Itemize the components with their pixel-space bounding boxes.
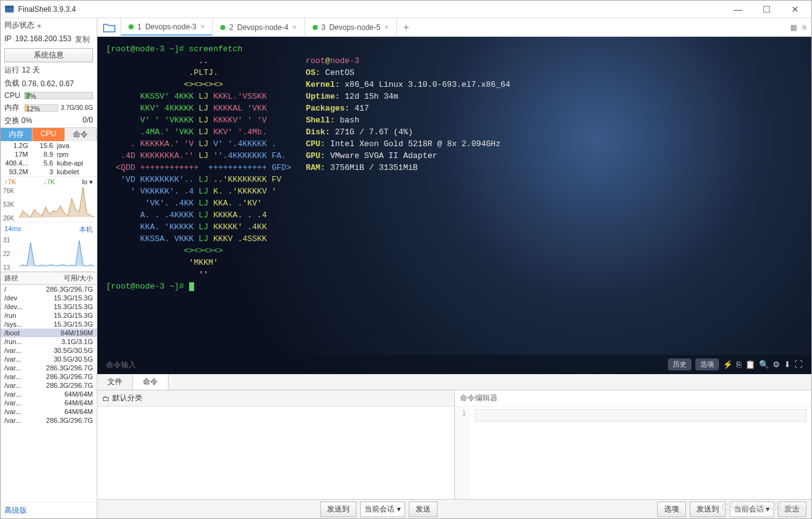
ping-value: 14ms <box>4 225 21 234</box>
tab-node-5[interactable]: 3 Devops-node-5 × <box>305 18 397 36</box>
sidebar: 同步状态 ● IP 192.168.200.153 复制 系统信息 运行 12 … <box>1 18 97 518</box>
terminal-output: [root@node-3 ~]# screenfetch .. root@roo… <box>97 37 811 299</box>
send-to-button-right[interactable]: 发送到 <box>690 502 726 517</box>
folder-icon[interactable] <box>97 18 121 36</box>
sync-status-icon: ● <box>37 21 41 30</box>
net-interface-select[interactable]: lo ▾ <box>82 178 93 186</box>
fs-col-path[interactable]: 路径 <box>4 274 33 283</box>
ping-target-select[interactable]: 本机 <box>79 225 93 234</box>
network-chart: 76K53K26K <box>3 187 94 222</box>
paste-icon[interactable]: 📋 <box>745 360 755 369</box>
filesystem-list[interactable]: /286.3G/296.7G /dev15.3G/15.3G /dev...15… <box>1 285 97 502</box>
swap-row: 交换 0% 0/0 <box>1 114 97 127</box>
mem-row: 内存 12% 3.7G/30.6G <box>1 101 97 114</box>
net-upload: ↑7K <box>4 178 16 186</box>
process-table: 1.2G15.6java 17M8.9rpm 408.4...5.6kube-a… <box>1 141 97 176</box>
lightning-icon[interactable]: ⚡ <box>723 360 733 369</box>
ip-label: IP <box>4 34 11 45</box>
copy-ip-link[interactable]: 复制 <box>75 34 90 45</box>
add-tab-button[interactable]: + <box>397 18 416 36</box>
load-row: 负载 0.78, 0.62, 0.67 <box>1 77 97 90</box>
history-button[interactable]: 历史 <box>668 358 692 370</box>
tab-node-4[interactable]: 2 Devops-node-4 × <box>213 18 305 36</box>
command-input[interactable] <box>106 360 668 369</box>
titlebar: FinalShell 3.9.3.4 — ☐ ✕ <box>1 1 811 18</box>
status-dot-icon <box>313 25 318 30</box>
send-to-button-left[interactable]: 发送到 <box>320 502 356 517</box>
maximize-button[interactable]: ☐ <box>758 4 775 14</box>
fullscreen-icon[interactable]: ⛶ <box>795 360 803 369</box>
command-tree: 🗀 默认分类 <box>97 390 455 499</box>
net-download: ↓7K <box>43 178 55 186</box>
svg-rect-1 <box>5 6 14 7</box>
window-title: FinalShell 3.9.3.4 <box>18 5 729 14</box>
terminal[interactable]: [root@node-3 ~]# screenfetch .. root@roo… <box>97 37 811 374</box>
gear-icon[interactable]: ⚙ <box>773 360 780 369</box>
grid-view-icon[interactable]: ▦ <box>790 23 797 32</box>
command-editor-label: 命令编辑器 <box>455 390 812 407</box>
sync-status-label: 同步状态 <box>4 20 34 31</box>
ping-chart: 312213 <box>3 237 94 272</box>
proc-tab-mem[interactable]: 内存 <box>1 128 32 141</box>
close-tab-icon[interactable]: × <box>200 22 205 31</box>
options-button-right[interactable]: 选项 <box>657 502 686 517</box>
copy-icon[interactable]: ⎘ <box>736 360 741 369</box>
lower-tab-file[interactable]: 文件 <box>97 374 133 390</box>
minimize-button[interactable]: — <box>729 4 746 14</box>
tabbar: 1 Devops-node-3 × 2 Devops-node-4 × 3 De… <box>97 18 811 37</box>
send-button-right[interactable]: 发送 <box>778 502 806 517</box>
advanced-link[interactable]: 高级版 <box>1 502 97 518</box>
download-icon[interactable]: ⬇ <box>784 360 791 369</box>
system-info-button[interactable]: 系统信息 <box>4 48 93 62</box>
session-select-right[interactable]: 当前会话 ▾ <box>730 502 774 517</box>
session-select-left[interactable]: 当前会话 ▾ <box>360 502 404 517</box>
line-number: 1 <box>455 407 470 499</box>
bottom-bar: 发送到 当前会话 ▾ 发送 选项 发送到 当前会话 ▾ 发送 <box>97 500 811 518</box>
command-editor-input[interactable] <box>475 409 807 422</box>
proc-tab-cpu[interactable]: CPU <box>32 128 64 141</box>
close-tab-icon[interactable]: × <box>292 22 297 32</box>
close-tab-icon[interactable]: × <box>384 22 389 32</box>
search-icon[interactable]: 🔍 <box>759 360 769 369</box>
fs-col-size[interactable]: 可用/大小 <box>33 274 93 283</box>
cpu-row: CPU 7% <box>1 90 97 101</box>
send-button-left[interactable]: 发送 <box>409 502 438 517</box>
lower-tab-cmd[interactable]: 命令 <box>133 374 169 390</box>
options-button[interactable]: 选项 <box>695 358 719 370</box>
uptime-row: 运行 12 天 <box>1 64 97 77</box>
close-button[interactable]: ✕ <box>786 4 804 14</box>
status-dot-icon <box>220 25 225 30</box>
proc-tab-cmd[interactable]: 命令 <box>65 128 97 141</box>
default-category-node[interactable]: 🗀 默认分类 <box>97 390 454 407</box>
status-dot-icon <box>129 24 134 29</box>
app-icon <box>4 4 14 14</box>
list-view-icon[interactable]: ≡ <box>802 23 806 32</box>
folder-icon: 🗀 <box>102 394 110 403</box>
tab-node-3[interactable]: 1 Devops-node-3 × <box>121 18 213 36</box>
ip-value: 192.168.200.153 <box>15 34 71 45</box>
